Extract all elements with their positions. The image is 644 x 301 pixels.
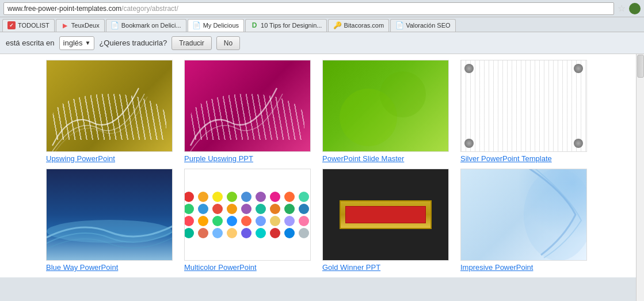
dot-item: [256, 228, 266, 238]
template-item-gold: Gold Winner PPT: [322, 169, 449, 272]
url-path: /category/abstract/: [121, 5, 178, 13]
upswing-link[interactable]: Upswing PowerPoint: [46, 154, 173, 163]
template-item-purple: Purple Upswing PPT: [184, 60, 311, 163]
silver-corner-tr: [574, 64, 583, 73]
dot-item: [241, 204, 251, 214]
tab-mydelicious[interactable]: 📄 My Delicious: [188, 19, 244, 32]
mydelicious-icon: 📄: [193, 21, 201, 29]
scrollbar-thumb[interactable]: [637, 55, 644, 78]
dot-item: [184, 228, 194, 238]
no-translate-button[interactable]: No: [216, 36, 240, 50]
dot-item: [212, 228, 223, 238]
dot-item: [198, 192, 208, 202]
translation-prefix: está escrita en: [6, 39, 55, 47]
template-item-green: PowerPoint Slide Master: [322, 60, 449, 163]
dot-item: [198, 216, 208, 226]
tab-tips[interactable]: D 10 Tips for Designin...: [245, 19, 327, 32]
svg-point-1: [380, 71, 426, 117]
dot-item: [284, 192, 295, 202]
dot-item: [184, 204, 194, 214]
template-item-silver: Silver PowerPoint Template: [460, 60, 587, 163]
tab-todolist-label: TODOLIST: [18, 22, 49, 29]
addon-icon: [629, 3, 641, 14]
multicolor-link[interactable]: Multicolor PowerPoint: [184, 263, 311, 272]
dot-item: [299, 216, 309, 226]
template-item-impresive: Impresive PowerPoint: [460, 169, 587, 272]
purple-link[interactable]: Purple Upswing PPT: [184, 154, 311, 163]
tab-mydelicious-label: My Delicious: [203, 22, 239, 29]
bitacoras-icon: 🔑: [333, 21, 341, 29]
impresive-thumbnail[interactable]: [460, 169, 587, 261]
dot-item: [227, 204, 237, 214]
url-base: www.free-power-point-templates.com: [7, 5, 121, 13]
green-thumbnail[interactable]: [322, 60, 449, 152]
todolist-icon: ✓: [7, 21, 16, 29]
scrollbar-track[interactable]: [636, 54, 644, 301]
language-label: inglés: [63, 39, 83, 47]
gold-thumbnail[interactable]: [322, 169, 449, 261]
address-input[interactable]: www.free-power-point-templates.com/categ…: [3, 2, 614, 15]
dot-item: [241, 216, 251, 226]
tab-bookmark[interactable]: 📄 Bookmark on Delici...: [106, 19, 186, 32]
dot-item: [299, 204, 309, 214]
valoracion-icon: 📄: [395, 21, 403, 29]
dot-item: [212, 204, 223, 214]
dot-item: [299, 192, 309, 202]
tab-valoracion[interactable]: 📄 Valoración SEO: [390, 19, 455, 32]
silver-thumbnail[interactable]: [460, 60, 587, 152]
silver-link[interactable]: Silver PowerPoint Template: [460, 154, 587, 163]
template-item-multicolor: Multicolor PowerPoint: [184, 169, 311, 272]
multicolor-thumbnail[interactable]: [184, 169, 311, 261]
dot-item: [227, 192, 237, 202]
dot-item: [184, 216, 194, 226]
dot-item: [270, 216, 280, 226]
template-grid-row-2: Blue Way PowerPoint Multicolor PowerPoin…: [46, 169, 632, 272]
translate-button[interactable]: Traducir: [172, 36, 212, 50]
tips-icon: D: [250, 21, 258, 29]
content-area: Upswing PowerPoint Purple Upswing PPT: [0, 54, 644, 277]
dot-item: [212, 216, 223, 226]
dot-item: [212, 192, 223, 202]
dot-item: [184, 192, 194, 202]
dot-item: [270, 228, 280, 238]
upswing-thumbnail[interactable]: [46, 60, 173, 152]
tab-valoracion-label: Valoración SEO: [406, 22, 450, 29]
dot-item: [198, 204, 208, 214]
blue-link[interactable]: Blue Way PowerPoint: [46, 263, 173, 272]
translation-question: ¿Quieres traducirla?: [99, 39, 167, 47]
tab-tips-label: 10 Tips for Designin...: [261, 22, 322, 29]
dot-item: [299, 228, 309, 238]
tab-bookmark-label: Bookmark on Delici...: [121, 22, 181, 29]
silver-corner-tl: [464, 64, 474, 73]
dot-item: [270, 192, 280, 202]
green-link[interactable]: PowerPoint Slide Master: [322, 154, 449, 163]
purple-thumbnail[interactable]: [184, 60, 311, 152]
gold-link[interactable]: Gold Winner PPT: [322, 263, 449, 272]
dot-item: [284, 204, 295, 214]
dot-item: [198, 228, 208, 238]
dot-item: [227, 216, 237, 226]
template-item-blue: Blue Way PowerPoint: [46, 169, 173, 272]
dot-item: [270, 204, 280, 214]
impresive-link[interactable]: Impresive PowerPoint: [460, 263, 587, 272]
blue-thumbnail[interactable]: [46, 169, 173, 261]
language-select[interactable]: inglés ▼: [59, 36, 95, 50]
dots-container: [184, 187, 311, 243]
browser-frame: www.free-power-point-templates.com/categ…: [0, 0, 644, 301]
teux-icon: ▶: [61, 21, 69, 29]
tab-todolist[interactable]: ✓ TODOLIST: [2, 19, 55, 32]
tab-teux-label: TeuxDeux: [71, 22, 100, 29]
svg-point-2: [524, 169, 587, 261]
bookmark-page-icon: 📄: [111, 21, 119, 29]
address-bar: www.free-power-point-templates.com/categ…: [0, 0, 644, 17]
tab-bitacoras-label: Bitacoras.com: [344, 22, 384, 29]
dot-item: [241, 228, 251, 238]
tab-bitacoras[interactable]: 🔑 Bitacoras.com: [328, 19, 389, 32]
chevron-down-icon: ▼: [85, 40, 91, 46]
silver-corner-bl: [464, 139, 474, 148]
dot-item: [256, 204, 266, 214]
bookmark-star-icon[interactable]: ☆: [618, 3, 626, 14]
tab-teux[interactable]: ▶ TeuxDeux: [56, 19, 105, 32]
silver-corner-br: [574, 139, 583, 148]
dot-item: [227, 228, 237, 238]
